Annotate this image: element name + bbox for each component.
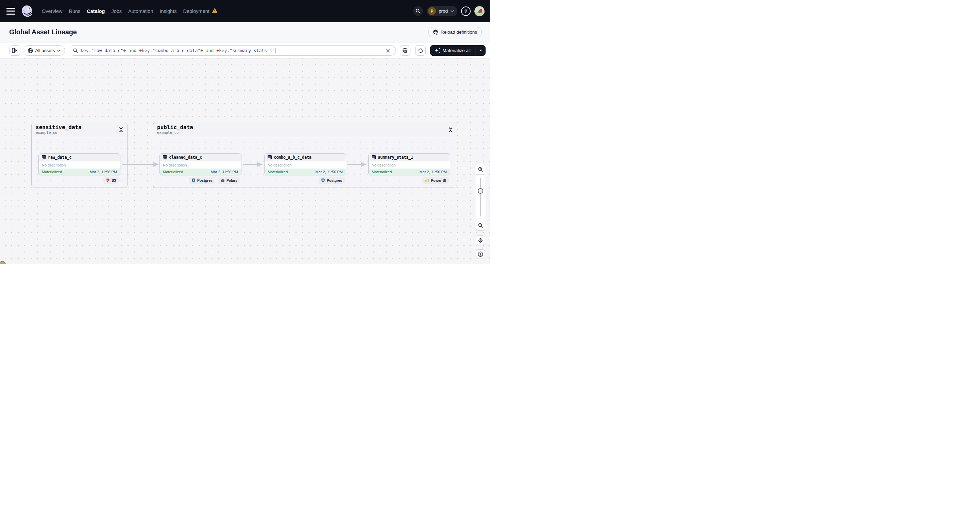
materialization-timestamp: Mar 2, 11:56 PM [211,170,239,174]
postgres-icon [321,178,325,182]
chevron-down-icon [57,49,60,52]
menu-icon[interactable] [6,8,15,14]
search-icon[interactable] [413,6,423,16]
asset-node-cleaned-data-c[interactable]: cleaned_data_c No description Materializ… [159,153,242,175]
zoom-slider[interactable] [476,174,485,220]
caret-down-icon [479,49,482,52]
tag-row: Power BI [368,177,449,184]
group-title: public_data [157,124,453,130]
nav-item-overview[interactable]: Overview [42,8,62,14]
asset-description: No description [39,162,120,168]
zoom-in-icon[interactable] [476,164,485,174]
nav-item-jobs[interactable]: Jobs [111,8,122,14]
group-header: sensitive_data example_co [32,122,127,137]
chevron-down-icon [450,10,454,12]
asset-node-raw-data-c[interactable]: raw_data_c No description Materialized M… [38,153,120,175]
graph-settings-icon[interactable] [476,235,485,245]
clear-search-icon[interactable] [384,46,392,55]
nav-item-automation[interactable]: Automation [128,8,153,14]
open-sidebar-button[interactable] [9,45,21,56]
page-title: Global Asset Lineage [9,28,77,36]
polars-icon [220,179,225,182]
top-navbar: Overview Runs Catalog Jobs Automation In… [0,0,490,22]
table-icon [267,155,272,159]
asset-description: No description [160,162,241,168]
asset-status-row: Materialized Mar 2, 11:56 PM [160,168,241,175]
asset-name: summary_stats_1 [378,155,413,160]
s3-icon [106,178,110,182]
deployment-initial: P [428,7,436,15]
table-icon [42,155,46,159]
table-icon [163,155,167,159]
asset-status-row: Materialized Mar 2, 11:56 PM [369,168,450,175]
nav-item-catalog[interactable]: Catalog [87,8,105,14]
nav-item-deployment[interactable]: Deployment [183,8,209,14]
asset-status-row: Materialized Mar 2, 11:56 PM [39,168,120,175]
refresh-icon[interactable] [415,45,426,56]
zoom-controls [476,164,485,231]
collapse-group-icon[interactable] [449,127,453,133]
sparkles-icon: ✦✦✦ [434,48,440,53]
kind-tag-postgres[interactable]: Postgres [318,177,345,184]
postgres-icon [191,178,196,182]
zoom-slider-thumb[interactable] [478,188,483,193]
status-badge: Materialized [42,170,62,174]
asset-name: raw_data_c [48,155,72,160]
asset-name: combo_a_b_c_data [274,155,312,160]
lineage-canvas[interactable]: sensitive_data example_co public_data ex… [0,59,490,264]
deployment-warning-icon [212,8,218,14]
asset-filter-label: All assets [35,48,55,53]
kind-tag-polars[interactable]: Polars [218,177,240,184]
materialization-timestamp: Mar 2, 11:56 PM [315,170,343,174]
asset-search-input[interactable]: key:"raw_data_c"+ and +key:"combo_a_b_c_… [69,45,396,56]
globe-icon [27,48,33,53]
text-cursor [275,48,275,53]
asset-filter-dropdown[interactable]: All assets [23,45,65,56]
group-subtitle: example_co [157,130,453,135]
asset-node-summary-stats-1[interactable]: summary_stats_1 No description Materiali… [368,153,450,175]
nav-item-insights[interactable]: Insights [159,8,177,14]
query-text: key:"raw_data_c"+ and +key:"combo_a_b_c_… [81,48,384,53]
deployment-name: prod [439,8,448,14]
deployment-switcher[interactable]: P prod [427,6,457,16]
lineage-toolbar: All assets key:"raw_data_c"+ and +key:"c… [0,43,490,59]
kind-tag-postgres[interactable]: Postgres [189,177,215,184]
user-avatar[interactable] [474,6,485,16]
materialization-timestamp: Mar 2, 11:56 PM [90,170,117,174]
asset-status-row: Materialized Mar 2, 11:56 PM [264,168,346,175]
primary-nav: Overview Runs Catalog Jobs Automation In… [42,8,218,14]
corner-decoration [0,261,6,264]
zoom-slider-track [480,178,481,216]
zoom-out-icon[interactable] [476,220,485,230]
status-badge: Materialized [163,170,183,174]
asset-node-combo-a-b-c-data[interactable]: combo_a_b_c_data No description Material… [264,153,346,175]
help-icon[interactable]: ? [461,6,471,16]
group-header: public_data example_co [153,122,457,137]
tag-row: S3 [38,177,119,184]
reload-definitions-button[interactable]: Reload definitions [428,27,482,37]
reload-cube-icon [433,30,438,35]
kind-tag-s3[interactable]: S3 [103,177,119,184]
status-badge: Materialized [372,170,392,174]
nav-item-runs[interactable]: Runs [69,8,80,14]
materialize-options-dropdown[interactable] [475,45,485,56]
materialize-all-button[interactable]: ✦✦✦ Materialize all [430,45,475,56]
kind-tag-powerbi[interactable]: Power BI [422,177,449,184]
tag-row: Postgres [264,177,345,184]
materialization-timestamp: Mar 2, 11:56 PM [420,170,447,174]
asset-name: cleaned_data_c [169,155,202,160]
materialize-all-split-button: ✦✦✦ Materialize all [430,45,485,56]
asset-description: No description [369,162,450,168]
view-full-graph-button[interactable] [400,45,410,56]
asset-description: No description [264,162,346,168]
download-image-icon[interactable] [476,249,485,259]
powerbi-icon [425,178,429,182]
search-icon [73,48,78,53]
tag-row: Postgres Polars [159,177,240,184]
page-header: Global Asset Lineage Reload definitions [0,22,490,43]
collapse-group-icon[interactable] [119,127,123,133]
table-icon [372,155,376,159]
status-badge: Materialized [267,170,288,174]
dagster-logo-icon[interactable] [20,4,34,18]
group-title: sensitive_data [36,124,123,130]
